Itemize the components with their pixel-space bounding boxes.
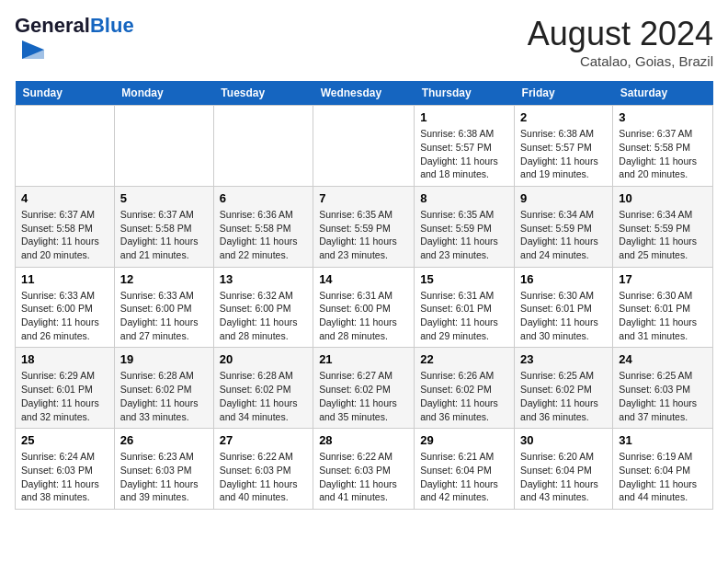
calendar-cell: 11Sunrise: 6:33 AM Sunset: 6:00 PM Dayli… [16,267,115,348]
calendar-cell: 30Sunrise: 6:20 AM Sunset: 6:04 PM Dayli… [515,429,613,510]
day-info: Sunrise: 6:22 AM Sunset: 6:03 PM Dayligh… [319,450,408,504]
day-info: Sunrise: 6:26 AM Sunset: 6:02 PM Dayligh… [420,369,508,423]
day-number: 18 [21,352,108,366]
day-number: 17 [619,272,707,286]
weekday-header-thursday: Thursday [415,81,515,106]
day-number: 5 [120,191,208,205]
calendar-cell: 10Sunrise: 6:34 AM Sunset: 5:59 PM Dayli… [613,186,713,267]
day-info: Sunrise: 6:37 AM Sunset: 5:58 PM Dayligh… [120,208,208,262]
weekday-header-sunday: Sunday [16,81,115,106]
weekday-header-wednesday: Wednesday [313,81,415,106]
svg-marker-1 [22,50,44,59]
day-number: 12 [120,272,208,286]
day-info: Sunrise: 6:24 AM Sunset: 6:03 PM Dayligh… [21,450,108,504]
day-number: 13 [220,272,307,286]
calendar-cell: 6Sunrise: 6:36 AM Sunset: 5:58 PM Daylig… [213,186,313,267]
logo-icon [18,37,48,66]
calendar-cell: 26Sunrise: 6:23 AM Sunset: 6:03 PM Dayli… [114,429,213,510]
day-number: 2 [520,110,607,124]
day-number: 29 [420,433,508,447]
weekday-header-row: SundayMondayTuesdayWednesdayThursdayFrid… [16,81,713,106]
calendar-cell: 29Sunrise: 6:21 AM Sunset: 6:04 PM Dayli… [415,429,515,510]
day-number: 23 [520,352,607,366]
calendar-cell: 17Sunrise: 6:30 AM Sunset: 6:01 PM Dayli… [613,267,713,348]
day-info: Sunrise: 6:28 AM Sunset: 6:02 PM Dayligh… [220,369,307,423]
month-title: August 2024 [528,15,713,53]
calendar-cell: 8Sunrise: 6:35 AM Sunset: 5:59 PM Daylig… [415,186,515,267]
calendar-cell [16,106,115,187]
calendar-cell: 31Sunrise: 6:19 AM Sunset: 6:04 PM Dayli… [613,429,713,510]
day-info: Sunrise: 6:36 AM Sunset: 5:58 PM Dayligh… [220,208,307,262]
day-info: Sunrise: 6:25 AM Sunset: 6:03 PM Dayligh… [619,369,707,423]
calendar-cell [114,106,213,187]
logo: GeneralBlue [15,15,134,70]
day-number: 30 [520,433,607,447]
day-number: 4 [21,191,108,205]
weekday-header-monday: Monday [114,81,213,106]
day-info: Sunrise: 6:37 AM Sunset: 5:58 PM Dayligh… [21,208,108,262]
day-info: Sunrise: 6:33 AM Sunset: 6:00 PM Dayligh… [21,289,108,343]
day-number: 7 [319,191,408,205]
title-block: August 2024 Catalao, Goias, Brazil [528,15,713,69]
day-number: 31 [619,433,707,447]
day-number: 22 [420,352,508,366]
calendar-cell: 18Sunrise: 6:29 AM Sunset: 6:01 PM Dayli… [16,348,115,429]
day-info: Sunrise: 6:34 AM Sunset: 5:59 PM Dayligh… [520,208,607,262]
calendar-week-5: 25Sunrise: 6:24 AM Sunset: 6:03 PM Dayli… [16,429,713,510]
calendar-cell: 20Sunrise: 6:28 AM Sunset: 6:02 PM Dayli… [213,348,313,429]
page-header: GeneralBlue August 2024 Catalao, Goias, … [15,15,713,70]
weekday-header-saturday: Saturday [613,81,713,106]
calendar-week-4: 18Sunrise: 6:29 AM Sunset: 6:01 PM Dayli… [16,348,713,429]
day-number: 25 [21,433,108,447]
day-info: Sunrise: 6:31 AM Sunset: 6:01 PM Dayligh… [420,289,508,343]
calendar-cell: 24Sunrise: 6:25 AM Sunset: 6:03 PM Dayli… [613,348,713,429]
day-number: 27 [220,433,307,447]
calendar-cell: 25Sunrise: 6:24 AM Sunset: 6:03 PM Dayli… [16,429,115,510]
day-info: Sunrise: 6:31 AM Sunset: 6:00 PM Dayligh… [319,289,408,343]
day-number: 9 [520,191,607,205]
day-number: 1 [420,110,508,124]
calendar-cell: 23Sunrise: 6:25 AM Sunset: 6:02 PM Dayli… [515,348,613,429]
day-number: 8 [420,191,508,205]
day-info: Sunrise: 6:23 AM Sunset: 6:03 PM Dayligh… [120,450,208,504]
logo-general: General [15,14,90,37]
day-number: 20 [220,352,307,366]
day-info: Sunrise: 6:25 AM Sunset: 6:02 PM Dayligh… [520,369,607,423]
calendar-cell: 2Sunrise: 6:38 AM Sunset: 5:57 PM Daylig… [515,106,613,187]
day-info: Sunrise: 6:37 AM Sunset: 5:58 PM Dayligh… [619,127,707,181]
day-number: 10 [619,191,707,205]
weekday-header-friday: Friday [515,81,613,106]
calendar-cell: 16Sunrise: 6:30 AM Sunset: 6:01 PM Dayli… [515,267,613,348]
location: Catalao, Goias, Brazil [528,53,713,69]
weekday-header-tuesday: Tuesday [213,81,313,106]
day-number: 15 [420,272,508,286]
day-number: 24 [619,352,707,366]
day-number: 6 [220,191,307,205]
day-info: Sunrise: 6:28 AM Sunset: 6:02 PM Dayligh… [120,369,208,423]
day-info: Sunrise: 6:22 AM Sunset: 6:03 PM Dayligh… [220,450,307,504]
calendar-cell: 7Sunrise: 6:35 AM Sunset: 5:59 PM Daylig… [313,186,415,267]
day-info: Sunrise: 6:27 AM Sunset: 6:02 PM Dayligh… [319,369,408,423]
calendar-cell: 9Sunrise: 6:34 AM Sunset: 5:59 PM Daylig… [515,186,613,267]
calendar-cell: 1Sunrise: 6:38 AM Sunset: 5:57 PM Daylig… [415,106,515,187]
calendar-cell: 22Sunrise: 6:26 AM Sunset: 6:02 PM Dayli… [415,348,515,429]
day-info: Sunrise: 6:20 AM Sunset: 6:04 PM Dayligh… [520,450,607,504]
day-info: Sunrise: 6:35 AM Sunset: 5:59 PM Dayligh… [420,208,508,262]
day-info: Sunrise: 6:38 AM Sunset: 5:57 PM Dayligh… [520,127,607,181]
day-info: Sunrise: 6:30 AM Sunset: 6:01 PM Dayligh… [520,289,607,343]
calendar-cell [313,106,415,187]
day-number: 3 [619,110,707,124]
day-number: 19 [120,352,208,366]
calendar-cell: 14Sunrise: 6:31 AM Sunset: 6:00 PM Dayli… [313,267,415,348]
calendar-week-3: 11Sunrise: 6:33 AM Sunset: 6:00 PM Dayli… [16,267,713,348]
day-info: Sunrise: 6:35 AM Sunset: 5:59 PM Dayligh… [319,208,408,262]
calendar-cell: 3Sunrise: 6:37 AM Sunset: 5:58 PM Daylig… [613,106,713,187]
calendar-cell: 19Sunrise: 6:28 AM Sunset: 6:02 PM Dayli… [114,348,213,429]
logo-blue: Blue [90,14,134,37]
day-info: Sunrise: 6:32 AM Sunset: 6:00 PM Dayligh… [220,289,307,343]
day-info: Sunrise: 6:34 AM Sunset: 5:59 PM Dayligh… [619,208,707,262]
day-info: Sunrise: 6:30 AM Sunset: 6:01 PM Dayligh… [619,289,707,343]
calendar-cell: 15Sunrise: 6:31 AM Sunset: 6:01 PM Dayli… [415,267,515,348]
calendar-table: SundayMondayTuesdayWednesdayThursdayFrid… [15,81,713,510]
calendar-cell: 5Sunrise: 6:37 AM Sunset: 5:58 PM Daylig… [114,186,213,267]
